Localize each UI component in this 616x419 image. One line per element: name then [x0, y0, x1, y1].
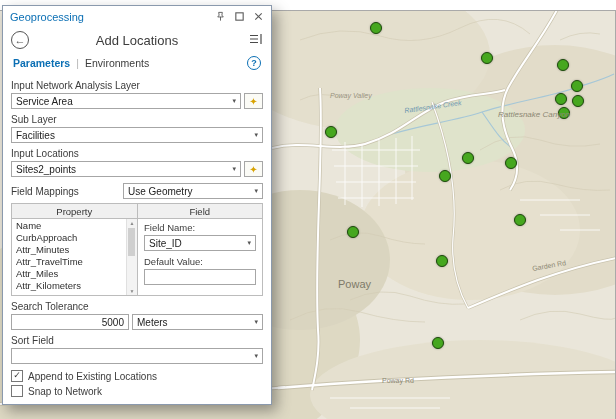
- property-row[interactable]: Attr_Minutes: [12, 244, 126, 256]
- property-column-header[interactable]: Property: [12, 204, 138, 219]
- close-icon[interactable]: [253, 11, 264, 22]
- site-point-marker[interactable]: [439, 170, 451, 182]
- tool-title: Add Locations: [3, 33, 271, 48]
- append-checkbox-box[interactable]: ✓: [11, 370, 23, 382]
- combo-value: Use Geometry: [128, 186, 192, 197]
- pin-icon[interactable]: [215, 11, 226, 22]
- site-point-marker[interactable]: [481, 52, 493, 64]
- new-layer-icon: ✦: [249, 96, 257, 107]
- site-point-marker[interactable]: [558, 107, 570, 119]
- site-point-marker[interactable]: [432, 337, 444, 349]
- site-point-marker[interactable]: [462, 152, 474, 164]
- sub-layer-label: Sub Layer: [11, 114, 263, 125]
- sort-field-label: Sort Field: [11, 335, 263, 346]
- default-value-input[interactable]: [144, 269, 256, 285]
- search-tolerance-units-combo[interactable]: Meters ▾: [132, 314, 263, 330]
- scroll-up-icon[interactable]: ▲: [127, 219, 137, 227]
- property-row[interactable]: Attr_TravelTime: [12, 256, 126, 268]
- tool-options-icon[interactable]: [249, 31, 263, 49]
- scrollbar[interactable]: ▲ ▼: [126, 219, 137, 295]
- input-network-analysis-layer-label: Input Network Analysis Layer: [11, 80, 263, 91]
- new-network-layer-button[interactable]: ✦: [244, 93, 263, 109]
- site-point-marker[interactable]: [571, 80, 583, 92]
- new-layer-icon: ✦: [249, 164, 257, 175]
- site-point-marker[interactable]: [370, 22, 382, 34]
- combo-value: Facilities: [16, 130, 55, 141]
- default-value-label: Default Value:: [144, 256, 256, 267]
- property-row[interactable]: Attr_Miles: [12, 268, 126, 280]
- scroll-down-icon[interactable]: ▼: [127, 287, 137, 295]
- site-point-marker[interactable]: [436, 255, 448, 267]
- chevron-down-icon: ▾: [228, 165, 240, 173]
- append-checkbox-label: Append to Existing Locations: [28, 371, 157, 382]
- field-pane: Field Name: Site_ID ▾ Default Value:: [138, 219, 262, 295]
- scrollbar-thumb[interactable]: [128, 228, 135, 256]
- tab-separator: |: [76, 57, 79, 69]
- field-column-header[interactable]: Field: [138, 204, 263, 219]
- field-name-combo[interactable]: Site_ID ▾: [144, 235, 256, 251]
- field-mappings-combo[interactable]: Use Geometry ▾: [123, 183, 263, 199]
- chevron-down-icon: ▾: [250, 352, 262, 360]
- site-point-marker[interactable]: [347, 226, 359, 238]
- property-row[interactable]: CurbApproach: [12, 232, 126, 244]
- sub-layer-combo[interactable]: Facilities ▾: [11, 127, 263, 143]
- float-window-icon[interactable]: [234, 11, 245, 22]
- geoprocessing-pane-wrap: Geoprocessing Add Locations ←: [2, 5, 276, 409]
- help-icon[interactable]: ?: [247, 56, 261, 70]
- tab-environments[interactable]: Environments: [85, 57, 149, 69]
- field-mappings-label: Field Mappings: [11, 186, 79, 197]
- property-row[interactable]: Attr_Kilometers: [12, 280, 126, 292]
- site-point-marker[interactable]: [572, 95, 584, 107]
- snap-checkbox-row[interactable]: Snap to Network: [11, 385, 263, 397]
- chevron-down-icon: ▾: [228, 97, 240, 105]
- screenshot-stage: Poway ValleyRattlesnake CreekRattlesnake…: [0, 0, 616, 419]
- snap-checkbox-label: Snap to Network: [28, 386, 102, 397]
- chevron-down-icon: ▾: [250, 318, 262, 326]
- site-point-marker[interactable]: [514, 214, 526, 226]
- geoprocessing-pane: Geoprocessing Add Locations ←: [2, 5, 272, 405]
- pane-title: Geoprocessing: [10, 11, 84, 23]
- combo-value: Service Area: [16, 96, 73, 107]
- search-tolerance-label: Search Tolerance: [11, 301, 263, 312]
- input-locations-label: Input Locations: [11, 148, 263, 159]
- input-network-analysis-layer-combo[interactable]: Service Area ▾: [11, 93, 241, 109]
- browse-locations-button[interactable]: ✦: [244, 161, 263, 177]
- snap-checkbox-box[interactable]: [11, 385, 23, 397]
- sort-field-combo[interactable]: ▾: [11, 348, 263, 364]
- chevron-down-icon: ▾: [250, 131, 262, 139]
- chevron-down-icon: ▾: [250, 187, 262, 195]
- site-point-marker[interactable]: [505, 157, 517, 169]
- input-locations-combo[interactable]: Sites2_points ▾: [11, 161, 241, 177]
- site-point-marker[interactable]: [557, 59, 569, 71]
- combo-value: Sites2_points: [16, 164, 76, 175]
- search-tolerance-input[interactable]: [11, 314, 129, 330]
- property-row[interactable]: Name: [12, 220, 126, 232]
- property-list[interactable]: ▲ ▼ NameCurbApproachAttr_MinutesAttr_Tra…: [12, 219, 138, 295]
- pane-titlebar[interactable]: Geoprocessing: [3, 6, 271, 27]
- field-name-label: Field Name:: [144, 222, 256, 233]
- site-point-marker[interactable]: [325, 126, 337, 138]
- append-checkbox-row[interactable]: ✓ Append to Existing Locations: [11, 370, 263, 382]
- field-mapping-table: Property Field ▲ ▼ NameCurbApproachAttr_…: [11, 203, 263, 296]
- combo-value: Site_ID: [149, 238, 182, 249]
- tab-parameters[interactable]: Parameters: [13, 57, 70, 69]
- combo-value: Meters: [137, 317, 168, 328]
- chevron-down-icon: ▾: [243, 239, 255, 247]
- site-point-marker[interactable]: [555, 93, 567, 105]
